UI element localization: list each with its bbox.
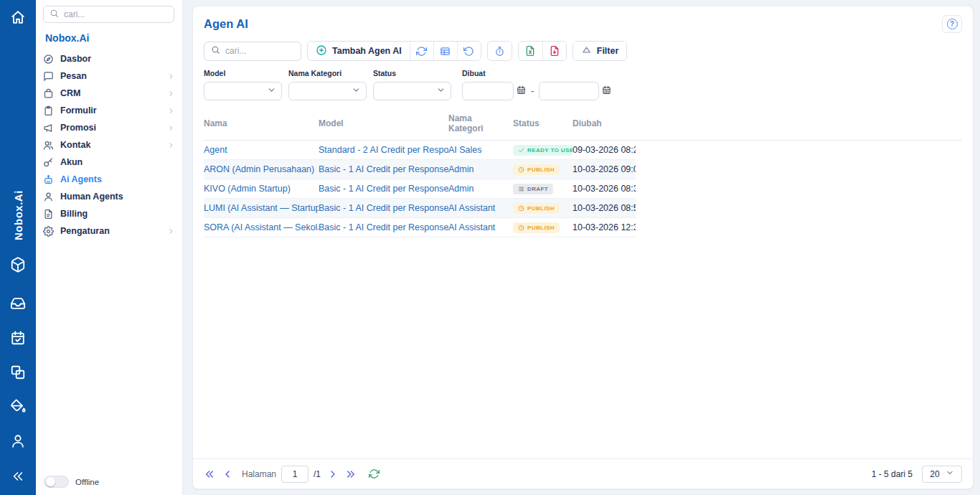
table-row[interactable]: AgentStandard - 2 AI Credit per Response… — [204, 141, 962, 160]
table-search-input[interactable] — [225, 46, 294, 56]
history-timer-button[interactable] — [488, 42, 512, 60]
reset-button[interactable] — [457, 42, 481, 60]
calendar-picker-button[interactable] — [517, 85, 526, 97]
dibuat-from-input[interactable] — [462, 82, 514, 100]
cell-nama[interactable]: ARON (Admin Perusahaan) — [204, 160, 319, 179]
model-select[interactable] — [204, 82, 282, 100]
sidebar-item-label: CRM — [60, 88, 80, 98]
sidebar-item-label: Human Agents — [60, 192, 123, 202]
sidebar-item-kontak[interactable]: Kontak — [43, 136, 175, 154]
calendar-check-button[interactable] — [0, 330, 36, 346]
chevrons-left-icon — [204, 468, 215, 480]
table-row[interactable]: ARON (Admin Perusahaan)Basic - 1 AI Cred… — [204, 160, 962, 179]
chevron-right-icon — [167, 72, 175, 80]
sidebar-item-promosi[interactable]: Promosi — [43, 119, 175, 136]
sidebar-item-pengaturan[interactable]: Pengaturan — [43, 222, 175, 240]
status-badge: DRAFT — [513, 184, 553, 194]
package-icon — [10, 257, 26, 273]
table-row[interactable]: SORA (AI Assistant — Sekolah)Basic - 1 A… — [204, 218, 962, 237]
sidebar-item-crm[interactable]: CRM — [43, 85, 175, 102]
table-row[interactable]: LUMI (AI Assistant — Startup)Basic - 1 A… — [204, 199, 962, 218]
prev-page-button[interactable] — [222, 468, 233, 480]
paint-icon — [10, 399, 26, 415]
chevron-right-icon — [167, 124, 175, 132]
undo-icon — [463, 46, 474, 57]
column-header-nama[interactable]: Nama — [204, 109, 319, 141]
home-button[interactable] — [0, 9, 36, 25]
status-badge: PUBLISH — [513, 164, 560, 175]
cell-kategori: Admin — [448, 179, 513, 199]
help-button[interactable]: ? — [942, 15, 962, 33]
cell-model: Basic - 1 AI Credit per Response — [319, 218, 448, 237]
workspace-title: Nobox.Ai — [45, 32, 182, 44]
table-search[interactable] — [204, 42, 301, 61]
column-header-status[interactable]: Status — [513, 109, 573, 141]
translate-button[interactable] — [0, 364, 36, 380]
status-select[interactable] — [373, 82, 451, 100]
sidebar-item-dasbor[interactable]: Dasbor — [43, 50, 175, 67]
cell-model: Basic - 1 AI Credit per Response — [319, 160, 448, 179]
dibuat-to-input[interactable] — [539, 82, 599, 100]
sidebar-item-label: Akun — [60, 157, 83, 167]
sidebar-menu: DasborPesanCRMFormulirPromosiKontakAkunA… — [36, 50, 182, 240]
sidebar-search[interactable] — [43, 6, 174, 23]
refresh-icon — [416, 46, 427, 57]
column-header-nama-kategori[interactable]: Nama Kategori — [448, 109, 513, 141]
user-button[interactable] — [0, 433, 36, 449]
chevrons-left-icon — [11, 469, 25, 484]
inbox-button[interactable] — [0, 296, 36, 311]
first-page-button[interactable] — [204, 468, 215, 480]
last-page-button[interactable] — [345, 468, 357, 480]
sidebar-item-pesan[interactable]: Pesan — [43, 67, 175, 85]
chevron-right-icon — [167, 90, 175, 98]
cell-diubah: 09-03-2026 08:28 — [573, 141, 636, 160]
page-number-input[interactable] — [281, 466, 308, 483]
refresh-button[interactable] — [410, 42, 433, 60]
sidebar-item-akun[interactable]: Akun — [43, 154, 175, 171]
calendar-icon — [517, 85, 526, 95]
robot-icon — [43, 174, 54, 185]
offline-toggle[interactable] — [44, 476, 69, 488]
cell-nama[interactable]: SORA (AI Assistant — Sekolah) — [204, 218, 319, 237]
cell-nama[interactable]: KIVO (Admin Startup) — [204, 179, 319, 199]
reload-table-button[interactable] — [369, 468, 380, 479]
cell-kategori: AI Assistant — [448, 199, 513, 218]
sidebar-item-formulir[interactable]: Formulir — [43, 102, 175, 119]
column-header-model[interactable]: Model — [319, 109, 448, 141]
chevron-down-icon — [267, 85, 276, 95]
cell-nama[interactable]: LUMI (AI Assistant — Startup) — [204, 199, 319, 218]
chevron-left-icon — [222, 468, 233, 480]
calendar-icon — [602, 85, 611, 95]
cell-diubah: 10-03-2026 08:59 — [573, 199, 636, 218]
export-excel-button[interactable] — [519, 42, 542, 60]
sidebar-item-billing[interactable]: Billing — [43, 205, 175, 222]
cell-nama[interactable]: Agent — [204, 141, 319, 160]
offline-label: Offline — [75, 478, 99, 486]
table-row[interactable]: KIVO (Admin Startup)Basic - 1 AI Credit … — [204, 179, 962, 199]
sidebar-item-label: Promosi — [60, 123, 96, 133]
status-filter-label: Status — [373, 69, 451, 77]
page-size-select[interactable]: 20 — [922, 466, 962, 483]
sidebar-item-ai-agents[interactable]: Ai Agents — [43, 171, 175, 188]
search-icon — [50, 9, 59, 18]
sidebar-item-human-agents[interactable]: Human Agents — [43, 188, 175, 205]
clock-icon — [518, 225, 524, 231]
filter-button[interactable]: Filter — [573, 42, 627, 60]
package-button[interactable] — [0, 257, 36, 273]
cell-status: PUBLISH — [513, 218, 573, 237]
collapse-sidebar-button[interactable] — [0, 469, 36, 484]
add-agent-label: Tambah Agen AI — [332, 46, 402, 56]
table-view-button[interactable] — [433, 42, 457, 60]
paint-button[interactable] — [0, 399, 36, 415]
sidebar-search-input[interactable] — [64, 9, 168, 19]
next-page-button[interactable] — [327, 468, 339, 480]
main-area: Agen AI ? Tambah Agen AI — [183, 0, 980, 495]
inbox-icon — [10, 296, 26, 311]
add-agent-button[interactable]: Tambah Agen AI — [308, 42, 410, 60]
cell-model: Basic - 1 AI Credit per Response — [319, 199, 448, 218]
calendar-picker-button[interactable] — [602, 85, 611, 97]
export-pdf-button[interactable] — [542, 42, 566, 60]
sidebar: Nobox.Ai DasborPesanCRMFormulirPromosiKo… — [36, 0, 183, 495]
kategori-select[interactable] — [288, 82, 367, 100]
column-header-diubah[interactable]: Diubah — [573, 109, 636, 141]
